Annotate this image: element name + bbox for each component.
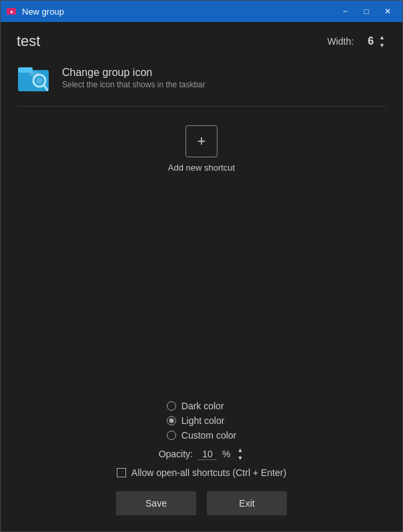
app-window: ✦ New group − □ ✕ test Width: 6 ▲ ▼ [0, 0, 403, 532]
window-title: New group [22, 7, 336, 17]
svg-point-5 [36, 77, 43, 84]
allow-open-all-checkbox-row[interactable]: Allow open-all shortcuts (Ctrl + Enter) [117, 467, 286, 478]
folder-search-icon [17, 61, 51, 95]
close-button[interactable]: ✕ [378, 5, 397, 18]
opacity-decrement-button[interactable]: ▼ [236, 454, 244, 462]
dark-color-label: Dark color [181, 401, 224, 411]
button-row: Save Exit [17, 491, 386, 515]
bottom-section: Dark color Light color Custom color Opac… [17, 401, 386, 478]
dark-color-radio[interactable] [167, 401, 176, 411]
color-radio-group: Dark color Light color Custom color [167, 401, 236, 441]
width-value: 6 [358, 35, 374, 47]
restore-button[interactable]: □ [357, 5, 376, 18]
allow-open-all-checkbox[interactable] [117, 468, 126, 477]
opacity-increment-button[interactable]: ▲ [236, 446, 244, 454]
title-bar: ✦ New group − □ ✕ [1, 1, 402, 22]
opacity-value: 10 [198, 449, 217, 460]
opacity-spinner[interactable]: ▲ ▼ [236, 446, 244, 462]
width-control: Width: 6 ▲ ▼ [327, 33, 386, 49]
add-shortcut-label: Add new shortcut [168, 163, 235, 173]
header-row: test Width: 6 ▲ ▼ [17, 33, 386, 50]
save-button[interactable]: Save [116, 491, 196, 515]
opacity-unit: % [222, 449, 230, 459]
svg-point-7 [29, 71, 40, 77]
light-color-option[interactable]: Light color [167, 415, 225, 426]
divider [17, 106, 386, 107]
exit-button[interactable]: Exit [207, 491, 287, 515]
spacer [17, 178, 386, 401]
svg-text:✦: ✦ [9, 9, 14, 15]
icon-text-block: Change group icon Select the icon that s… [62, 67, 206, 89]
group-name: test [17, 33, 40, 50]
change-icon-section[interactable]: Change group icon Select the icon that s… [17, 61, 386, 95]
light-color-radio[interactable] [167, 416, 176, 425]
custom-color-radio[interactable] [167, 431, 176, 440]
svg-rect-3 [18, 67, 33, 73]
width-increment-button[interactable]: ▲ [378, 33, 386, 41]
allow-open-all-label: Allow open-all shortcuts (Ctrl + Enter) [131, 467, 286, 478]
width-decrement-button[interactable]: ▼ [378, 41, 386, 49]
add-shortcut-icon: + [197, 133, 206, 150]
icon-section-subtitle: Select the icon that shows in the taskba… [62, 80, 206, 89]
add-shortcut-area[interactable]: + Add new shortcut [17, 120, 386, 178]
window-controls: − □ ✕ [336, 5, 397, 18]
minimize-button[interactable]: − [336, 5, 354, 18]
custom-color-option[interactable]: Custom color [167, 430, 236, 441]
opacity-row: Opacity: 10 % ▲ ▼ [159, 446, 245, 462]
width-label: Width: [327, 36, 354, 47]
main-content: test Width: 6 ▲ ▼ [1, 22, 402, 531]
add-shortcut-box: + [185, 125, 218, 157]
icon-section-title: Change group icon [62, 67, 206, 79]
app-icon: ✦ [6, 6, 17, 17]
light-color-label: Light color [181, 415, 225, 426]
dark-color-option[interactable]: Dark color [167, 401, 224, 411]
custom-color-label: Custom color [181, 430, 236, 441]
width-spinner[interactable]: ▲ ▼ [378, 33, 386, 49]
opacity-label: Opacity: [159, 449, 193, 459]
